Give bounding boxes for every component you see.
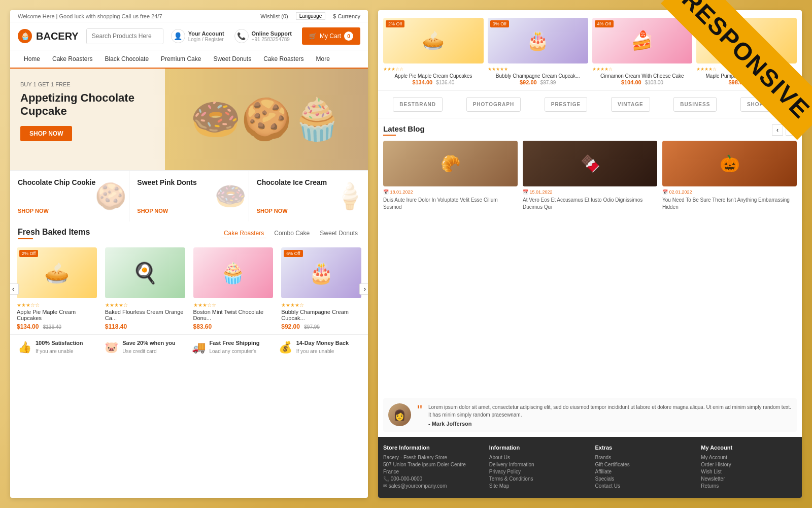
footer-specials[interactable]: Specials xyxy=(595,476,691,482)
trust-money-back-text: 14-Day Money Back If you are unable xyxy=(296,340,349,355)
trust-bar: 👍 100% Satisfaction If you are unable 🐷 … xyxy=(10,334,368,360)
right-product-name-1: Apple Pie Maple Cream Cupcakes xyxy=(383,73,484,79)
footer-store-phone: 📞 000-000-0000 xyxy=(383,476,479,482)
product-name-4: Bubbly Champagne Cream Cupcak... xyxy=(281,309,361,321)
right-product-price-2: $92.00 $97.99 xyxy=(488,79,588,85)
category-donuts-title: Sweet Pink Donts xyxy=(137,178,241,186)
section-tabs: Cake Roasters Combo Cake Sweet Donuts xyxy=(221,229,360,238)
trust-save-title: Save 20% when you xyxy=(122,340,176,346)
currency-selector[interactable]: $ Currency xyxy=(333,13,360,19)
nav-cake-roasters[interactable]: Cake Roasters xyxy=(46,50,98,68)
category-cookie-shop-link[interactable]: SHOP NOW xyxy=(18,208,121,214)
nav: Home Cake Roasters Black Chocolate Premi… xyxy=(10,50,368,69)
nav-cake-roasters-2[interactable]: Cake Roasters xyxy=(257,50,310,68)
fresh-baked-header: Fresh Baked Items Cake Roasters Combo Ca… xyxy=(10,221,368,243)
nav-sweet-donuts[interactable]: Sweet Donuts xyxy=(207,50,257,68)
footer-gift-certificates[interactable]: Gift Certificates xyxy=(595,462,691,467)
cart-button[interactable]: 🛒 My Cart 0 xyxy=(302,27,360,45)
cart-count: 0 xyxy=(344,31,353,41)
product-card-1: 2% Off 🥧 ★★★☆☆ Apple Pie Maple Cream Cup… xyxy=(13,243,101,334)
footer-extras-title: Extras xyxy=(595,444,691,451)
hero-banner: BUY 1 GET 1 FREE Appetizing Chocolate Cu… xyxy=(10,69,368,170)
search-input[interactable] xyxy=(87,29,163,44)
support-sub: +91 2583254789 xyxy=(252,37,292,42)
products-prev-button[interactable]: ‹ xyxy=(10,283,19,295)
logo-icon: 🧁 xyxy=(18,29,32,43)
money-back-icon: 💰 xyxy=(279,341,292,354)
footer-newsletter[interactable]: Newsletter xyxy=(701,476,797,482)
support-link[interactable]: 📞 Online Support +91 2583254789 xyxy=(234,29,292,43)
trust-satisfaction-sub: If you are unable xyxy=(36,348,74,354)
account-link[interactable]: 👤 Your Account Login / Register xyxy=(171,29,224,43)
product-name-2: Baked Flourless Cream Orange Ca... xyxy=(105,309,185,321)
trust-shipping-text: Fast Free Shipping Load any computer's xyxy=(210,340,260,355)
footer-delivery-info[interactable]: Delivery Information xyxy=(489,462,585,467)
hero-shop-now-button[interactable]: SHOP NOW xyxy=(20,126,72,141)
wishlist-link[interactable]: Wishlist (0) xyxy=(260,13,288,19)
blog-section-title: Latest Blog xyxy=(383,124,425,136)
quote-icon: " xyxy=(417,403,422,418)
search-box: 🔍 xyxy=(86,28,163,44)
footer-sitemap[interactable]: Site Map xyxy=(489,483,585,489)
tab-sweet-donuts[interactable]: Sweet Donuts xyxy=(317,229,360,238)
footer-my-account-link[interactable]: My Account xyxy=(701,455,797,460)
brand-photograph[interactable]: PHOTOGRAPH xyxy=(466,97,521,112)
footer-terms[interactable]: Terms & Conditions xyxy=(489,476,585,482)
right-product-img-1: 2% Off 🥧 xyxy=(383,18,484,64)
footer-brands[interactable]: Brands xyxy=(595,455,691,460)
footer-affiliate[interactable]: Affiliate xyxy=(595,469,691,474)
product-name-1: Apple Pie Maple Cream Cupcakes xyxy=(17,309,97,321)
logo[interactable]: 🧁 BACERY xyxy=(18,29,79,43)
footer-privacy-policy[interactable]: Privacy Policy xyxy=(489,469,585,474)
welcome-text: Welcome Here | Good luck with shopping C… xyxy=(18,13,162,19)
support-text: Online Support +91 2583254789 xyxy=(252,30,292,42)
footer-contact-us[interactable]: Contact Us xyxy=(595,483,691,489)
right-product-1: 2% Off 🥧 ★★★☆☆ Apple Pie Maple Cream Cup… xyxy=(383,18,484,85)
footer-wish-list[interactable]: Wish List xyxy=(701,469,797,474)
product-price-3: $83.60 xyxy=(193,323,274,330)
nav-black-chocolate[interactable]: Black Chocolate xyxy=(98,50,155,68)
trust-save-sub: Use credit card xyxy=(122,348,156,354)
nav-more[interactable]: More xyxy=(310,50,336,68)
footer-about-us[interactable]: About Us xyxy=(489,455,585,460)
footer-information: Information About Us Delivery Informatio… xyxy=(489,444,585,490)
hero-title: Appetizing Chocolate Cupcake xyxy=(20,91,142,118)
brand-bestbrand[interactable]: BESTBRAND xyxy=(393,97,443,112)
tab-combo-cake[interactable]: Combo Cake xyxy=(272,229,312,238)
responsive-banner: RESPONSIVE xyxy=(619,0,812,193)
category-donuts-shop-link[interactable]: SHOP NOW xyxy=(137,208,241,214)
product-image-4: 6% Off 🎂 xyxy=(281,247,361,298)
language-selector[interactable]: Language xyxy=(296,12,326,20)
footer-order-history[interactable]: Order History xyxy=(701,462,797,467)
tab-cake-roasters[interactable]: Cake Roasters xyxy=(221,229,266,238)
product-price-1: $134.00 $136.40 xyxy=(17,323,97,330)
header: 🧁 BACERY 🔍 👤 Your Account Login / Regist… xyxy=(10,22,368,50)
top-bar: Welcome Here | Good luck with shopping C… xyxy=(10,10,368,22)
product-name-3: Boston Mint Twist Chocolate Donu... xyxy=(193,309,274,321)
support-icon: 📞 xyxy=(234,29,249,43)
blog-post-1: 🥐 📅 18.01.2022 Duis Aute Irure Dolor In … xyxy=(383,141,518,211)
footer-info-title: Information xyxy=(489,444,585,451)
footer-returns[interactable]: Returns xyxy=(701,483,797,489)
testimonial-text: Lorem ipsum dolor sit amet, consectetur … xyxy=(428,403,792,419)
category-icecream-shop-link[interactable]: SHOP NOW xyxy=(257,208,360,214)
nav-home[interactable]: Home xyxy=(18,50,46,68)
product-card-2: 🍳 ★★★★☆ Baked Flourless Cream Orange Ca.… xyxy=(101,243,189,334)
blog-excerpt-3: You Need To Be Sure There Isn't Anything… xyxy=(662,197,797,211)
footer: Store Information Bacery - Fresh Bakery … xyxy=(378,437,802,498)
right-product-img-2: 0% Off 🎂 xyxy=(488,18,588,64)
products-next-button[interactable]: › xyxy=(359,283,368,295)
trust-save-text: Save 20% when you Use credit card xyxy=(122,340,176,355)
trust-satisfaction: 👍 100% Satisfaction If you are unable xyxy=(18,340,99,355)
product-image-1: 2% Off 🥧 xyxy=(17,247,97,298)
products-row: ‹ 2% Off 🥧 ★★★☆☆ Apple Pie Maple Cream C… xyxy=(10,243,368,334)
footer-account-title: My Account xyxy=(701,444,797,451)
trust-shipping: 🚚 Fast Free Shipping Load any computer's xyxy=(192,340,274,355)
right-stars-2: ★★★★★ xyxy=(488,67,588,72)
category-card-cookie: Chocolate Chip Cookie SHOP NOW 🍪 xyxy=(10,171,129,221)
trust-money-back: 💰 14-Day Money Back If you are unable xyxy=(279,340,360,355)
nav-premium-cake[interactable]: Premium Cake xyxy=(155,50,207,68)
product-price-2: $118.40 xyxy=(105,323,185,330)
right-product-2: 0% Off 🎂 ★★★★★ Bubbly Champagne Cream Cu… xyxy=(488,18,588,85)
brand-prestige[interactable]: PRESTIGE xyxy=(545,97,588,112)
